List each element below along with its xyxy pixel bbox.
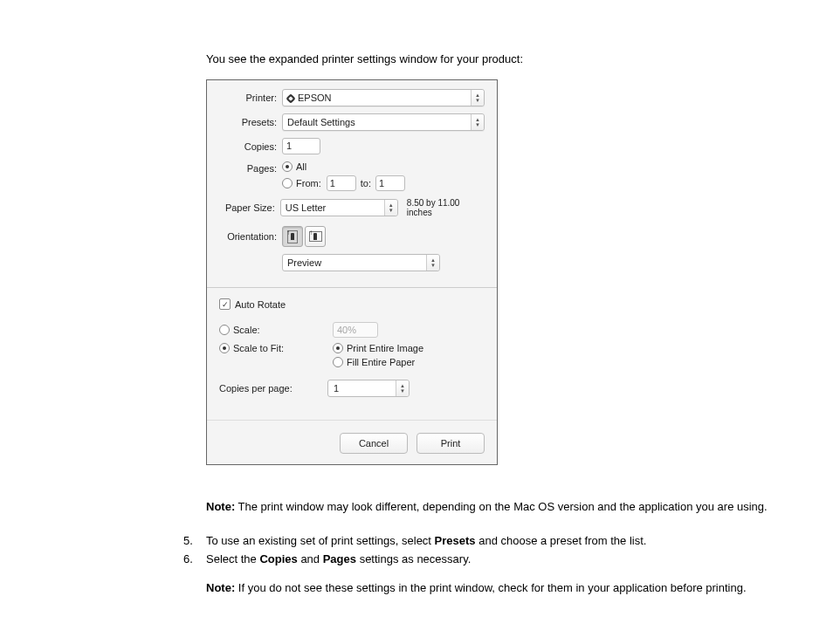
radio-icon: [219, 343, 230, 353]
note-text: If you do not see these settings in the …: [235, 581, 746, 594]
step-text: and: [298, 552, 323, 565]
stepper-icon[interactable]: [471, 90, 484, 106]
dialog-buttons: Cancel Print: [207, 420, 497, 464]
autorotate-label: Auto Rotate: [235, 299, 286, 310]
scale-to-fit-radio[interactable]: Scale to Fit:: [219, 343, 284, 353]
note-label: Note:: [206, 581, 235, 594]
papersize-row: Paper Size: US Letter 8.50 by 11.00 inch…: [219, 198, 485, 217]
paper-dimensions: 8.50 by 11.00 inches: [407, 198, 485, 217]
pages-from-label: From:: [296, 178, 321, 188]
step-5: 5. To use an existing set of print setti…: [183, 534, 817, 547]
pages-to-label: to:: [361, 178, 371, 188]
copies-row: Copies: 1: [219, 138, 485, 154]
stepper-icon[interactable]: [426, 255, 439, 271]
arrow-up-icon: ↑: [286, 229, 290, 236]
step-text: and choose a preset from the list.: [476, 534, 647, 547]
print-entire-radio[interactable]: Print Entire Image: [333, 343, 423, 353]
copies-per-page-row: Copies per page: 1: [219, 380, 485, 397]
radio-icon: [333, 343, 343, 353]
step-text: To use an existing set of print settings…: [206, 534, 435, 547]
fill-entire-label: Fill Entire Paper: [347, 357, 415, 367]
pages-from-radio[interactable]: From:: [282, 178, 321, 188]
orientation-label: Orientation:: [219, 231, 277, 242]
copies-per-page-select[interactable]: 1: [327, 380, 410, 397]
pages-from-input[interactable]: 1: [327, 175, 356, 191]
printer-value: EPSON: [298, 92, 332, 103]
cancel-button[interactable]: Cancel: [340, 433, 408, 454]
scale-to-fit-label: Scale to Fit:: [233, 343, 284, 353]
scale-input: 40%: [333, 322, 378, 338]
printer-label: Printer:: [219, 92, 277, 103]
note-text: The print window may look different, dep…: [235, 500, 767, 513]
orientation-landscape-button[interactable]: ↑: [305, 226, 326, 247]
orientation-portrait-button[interactable]: ↑: [282, 226, 303, 247]
presets-row: Presets: Default Settings: [219, 113, 485, 131]
checkbox-icon: ✓: [219, 298, 231, 310]
stepper-icon[interactable]: [471, 114, 484, 130]
stepper-icon[interactable]: [384, 200, 397, 216]
intro-text: You see the expanded printer settings wi…: [206, 52, 817, 65]
note-2: Note: If you do not see these settings i…: [206, 581, 817, 594]
print-dialog: Printer: EPSON Presets: Default Settings…: [206, 79, 498, 465]
pages-to-input[interactable]: 1: [375, 175, 405, 191]
note-label: Note:: [206, 500, 235, 513]
presets-label: Presets:: [219, 117, 277, 127]
printer-row: Printer: EPSON: [219, 89, 485, 106]
module-value: Preview: [287, 257, 321, 268]
epson-icon: [286, 93, 295, 103]
step-number: 5.: [183, 534, 206, 547]
step-text: settings as necessary.: [356, 552, 471, 565]
copies-per-page-label: Copies per page:: [219, 383, 327, 394]
pages-all-label: All: [296, 161, 306, 172]
note-1: Note: The print window may look differen…: [206, 500, 817, 513]
presets-select[interactable]: Default Settings: [282, 113, 485, 131]
radio-icon: [282, 161, 293, 172]
printer-select[interactable]: EPSON: [282, 89, 485, 106]
scale-label: Scale:: [233, 325, 260, 335]
papersize-select[interactable]: US Letter: [280, 199, 398, 216]
radio-icon: [333, 357, 343, 367]
pages-row: Pages: All From: 1 to:: [219, 161, 485, 191]
step-number: 6.: [183, 552, 206, 565]
papersize-label: Paper Size:: [219, 202, 275, 213]
step-6: 6. Select the Copies and Pages settings …: [183, 552, 817, 565]
orientation-row: Orientation: ↑ ↑: [219, 226, 485, 247]
papersize-value: US Letter: [286, 202, 326, 213]
arrow-up-icon: ↑: [309, 229, 313, 236]
step-text: Select the: [206, 552, 259, 565]
autorotate-checkbox[interactable]: ✓ Auto Rotate: [219, 298, 485, 310]
pages-label: Pages:: [219, 163, 277, 174]
print-button[interactable]: Print: [416, 433, 485, 454]
scale-radio[interactable]: Scale:: [219, 325, 260, 335]
step-bold: Copies: [259, 552, 297, 565]
copies-per-page-value: 1: [334, 383, 339, 394]
module-select[interactable]: Preview: [282, 254, 440, 271]
radio-icon: [219, 325, 230, 335]
stepper-icon[interactable]: [396, 380, 409, 396]
step-bold: Pages: [323, 552, 356, 565]
radio-icon: [282, 178, 293, 188]
step-bold: Presets: [435, 534, 476, 547]
copies-input[interactable]: 1: [282, 138, 320, 154]
fill-entire-radio[interactable]: Fill Entire Paper: [333, 357, 479, 367]
presets-value: Default Settings: [287, 117, 355, 127]
print-entire-label: Print Entire Image: [347, 343, 423, 353]
copies-label: Copies:: [219, 141, 277, 152]
pages-all-radio[interactable]: All: [282, 161, 400, 172]
